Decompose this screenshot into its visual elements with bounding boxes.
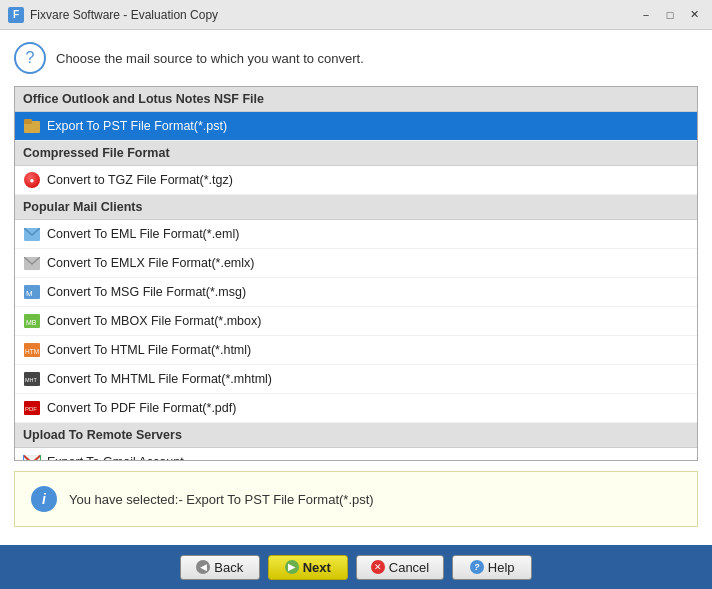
close-button[interactable]: ✕ [684, 5, 704, 25]
list-item[interactable]: MB Convert To MBOX File Format(*.mbox) [15, 307, 697, 336]
group-header-remote: Upload To Remote Servers [15, 423, 697, 448]
list-item[interactable]: ● Convert to TGZ File Format(*.tgz) [15, 166, 697, 195]
list-item[interactable]: Convert To EMLX File Format(*.emlx) [15, 249, 697, 278]
info-text: You have selected:- Export To PST File F… [69, 492, 374, 507]
cancel-icon: ✕ [371, 560, 385, 574]
list-item-label: Convert to TGZ File Format(*.tgz) [47, 173, 233, 187]
svg-text:MHT: MHT [25, 377, 38, 383]
list-item-label: Convert To MHTML File Format(*.mhtml) [47, 372, 272, 386]
window-title: Fixvare Software - Evaluation Copy [30, 8, 636, 22]
list-item[interactable]: Export To PST File Format(*.pst) [15, 112, 697, 141]
next-icon: ▶ [285, 560, 299, 574]
gmail-icon [23, 453, 41, 461]
list-item[interactable]: HTM Convert To HTML File Format(*.html) [15, 336, 697, 365]
svg-text:MB: MB [26, 319, 37, 326]
pdf-icon: PDF [23, 399, 41, 417]
list-item[interactable]: PDF Convert To PDF File Format(*.pdf) [15, 394, 697, 423]
window-controls: − □ ✕ [636, 5, 704, 25]
html-icon: HTM [23, 341, 41, 359]
back-label: Back [214, 560, 243, 575]
list-item-label: Convert To HTML File Format(*.html) [47, 343, 251, 357]
titlebar: F Fixvare Software - Evaluation Copy − □… [0, 0, 712, 30]
info-circle-icon: ? [14, 42, 46, 74]
next-button[interactable]: ▶ Next [268, 555, 348, 580]
next-label: Next [303, 560, 331, 575]
list-item[interactable]: M Convert To MSG File Format(*.msg) [15, 278, 697, 307]
list-item-label: Convert To EML File Format(*.eml) [47, 227, 239, 241]
tgz-icon: ● [23, 171, 41, 189]
list-item[interactable]: Export To Gmail Account [15, 448, 697, 461]
msg-icon: M [23, 283, 41, 301]
app-icon: F [8, 7, 24, 23]
info-icon: i [31, 486, 57, 512]
help-label: Help [488, 560, 515, 575]
svg-text:PDF: PDF [25, 406, 37, 412]
list-item-label: Export To PST File Format(*.pst) [47, 119, 227, 133]
cancel-button[interactable]: ✕ Cancel [356, 555, 444, 580]
header: ? Choose the mail source to which you wa… [14, 42, 698, 74]
main-content: ? Choose the mail source to which you wa… [0, 30, 712, 545]
group-header-popular: Popular Mail Clients [15, 195, 697, 220]
list-item-label: Export To Gmail Account [47, 455, 184, 461]
info-box: i You have selected:- Export To PST File… [14, 471, 698, 527]
back-button[interactable]: ◀ Back [180, 555, 260, 580]
help-button[interactable]: ? Help [452, 555, 532, 580]
bottombar: ◀ Back ▶ Next ✕ Cancel ? Help [0, 545, 712, 589]
prompt-text: Choose the mail source to which you want… [56, 51, 364, 66]
list-item-label: Convert To MBOX File Format(*.mbox) [47, 314, 261, 328]
help-icon: ? [470, 560, 484, 574]
back-icon: ◀ [196, 560, 210, 574]
eml-icon [23, 225, 41, 243]
list-item[interactable]: Convert To EML File Format(*.eml) [15, 220, 697, 249]
mhtml-icon: MHT [23, 370, 41, 388]
list-item-label: Convert To EMLX File Format(*.emlx) [47, 256, 254, 270]
list-item[interactable]: MHT Convert To MHTML File Format(*.mhtml… [15, 365, 697, 394]
mbox-icon: MB [23, 312, 41, 330]
svg-text:HTM: HTM [25, 348, 39, 355]
format-list[interactable]: Office Outlook and Lotus Notes NSF File … [14, 86, 698, 461]
group-header-compressed: Compressed File Format [15, 141, 697, 166]
svg-text:M: M [26, 289, 33, 298]
cancel-label: Cancel [389, 560, 429, 575]
maximize-button[interactable]: □ [660, 5, 680, 25]
minimize-button[interactable]: − [636, 5, 656, 25]
pst-icon [23, 117, 41, 135]
list-item-label: Convert To PDF File Format(*.pdf) [47, 401, 236, 415]
emlx-icon [23, 254, 41, 272]
svg-rect-1 [24, 119, 32, 124]
list-item-label: Convert To MSG File Format(*.msg) [47, 285, 246, 299]
group-header-outlook: Office Outlook and Lotus Notes NSF File [15, 87, 697, 112]
